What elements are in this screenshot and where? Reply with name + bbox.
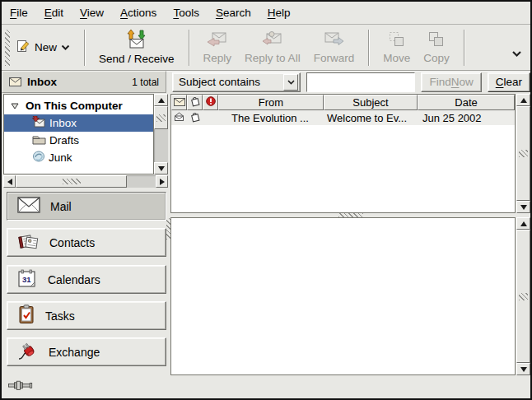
expander-triangle-icon[interactable]: [11, 100, 19, 112]
new-button[interactable]: New: [10, 35, 77, 60]
forward-label: Forward: [314, 52, 355, 64]
forward-button[interactable]: Forward: [307, 28, 362, 67]
search-input[interactable]: [306, 72, 415, 92]
menu-search[interactable]: Search: [208, 3, 259, 22]
search-bar: Subject contains Find Now Clear: [172, 71, 530, 93]
message-list: From Subject Date: [170, 94, 516, 213]
evolution-window: File Edit View Actions Tools Search Help…: [0, 0, 532, 400]
scroll-up-arrow[interactable]: [154, 94, 168, 106]
new-button-label: New: [35, 41, 57, 53]
menu-tools[interactable]: Tools: [165, 3, 208, 22]
connector-online-icon[interactable]: [8, 379, 35, 394]
shortcut-label: Contacts: [49, 236, 95, 249]
message-list-scrollbar[interactable]: [516, 94, 530, 213]
search-criteria-select[interactable]: Subject contains: [172, 72, 301, 92]
calendar-badge-text: 31: [22, 275, 31, 284]
new-message-icon: [16, 40, 30, 55]
scroll-down-arrow[interactable]: [154, 162, 168, 174]
send-receive-icon: [126, 30, 147, 51]
scroll-up-arrow[interactable]: [516, 217, 530, 230]
shortcut-label: Calendars: [48, 273, 100, 286]
shortcut-exchange-button[interactable]: Exchange: [7, 337, 166, 366]
junk-folder-icon: [32, 151, 45, 165]
reply-all-icon: [262, 30, 282, 50]
column-attachment[interactable]: [187, 95, 203, 110]
message-from: The Evolution ...: [218, 112, 324, 124]
menu-actions[interactable]: Actions: [112, 3, 165, 22]
inbox-folder-icon: [32, 116, 46, 130]
menubar: File Edit View Actions Tools Search Help: [2, 2, 530, 25]
shortcut-calendars-button[interactable]: 31 Calendars: [7, 265, 166, 294]
copy-icon: [427, 30, 445, 50]
scroll-up-arrow[interactable]: [516, 94, 530, 106]
preview-scrollbar[interactable]: [516, 217, 530, 375]
column-date[interactable]: Date: [418, 95, 515, 110]
shortcut-label: Exchange: [49, 346, 100, 359]
tree-item-label: Inbox: [49, 117, 77, 129]
reply-to-all-button[interactable]: Reply to All: [238, 28, 307, 67]
find-now-button[interactable]: Find Now: [421, 72, 481, 92]
send-receive-label: Send / Receive: [99, 53, 175, 65]
importance-icon: [206, 96, 216, 109]
tasks-icon: [17, 305, 35, 327]
column-message-status[interactable]: [171, 95, 187, 110]
tree-node-junk[interactable]: Junk: [4, 149, 153, 166]
tree-node-drafts[interactable]: Drafts: [4, 132, 153, 149]
tree-item-label: Junk: [49, 151, 72, 164]
menu-view[interactable]: View: [72, 3, 112, 22]
message-date: Jun 25 2002: [418, 112, 515, 124]
folder-title-bar: Inbox 1 total: [2, 71, 166, 93]
send-receive-button[interactable]: Send / Receive: [92, 27, 181, 67]
column-subject[interactable]: Subject: [324, 95, 418, 110]
folder-tree-vertical-scrollbar[interactable]: [154, 94, 168, 174]
toolbar-overflow-button[interactable]: [511, 35, 522, 61]
column-from[interactable]: From: [218, 95, 324, 110]
envelope-icon: [9, 75, 21, 90]
clear-button[interactable]: Clear: [488, 72, 530, 92]
read-message-icon: [174, 112, 184, 124]
attachment-icon: [189, 95, 201, 109]
tree-item-label: Drafts: [49, 134, 79, 147]
copy-button[interactable]: Copy: [417, 28, 456, 67]
message-status-icon: [174, 96, 185, 109]
folder-tree-horizontal-scrollbar[interactable]: [3, 175, 168, 188]
toolbar-separator: [189, 30, 189, 66]
scroll-down-arrow[interactable]: [516, 363, 530, 375]
tree-node-inbox[interactable]: Inbox: [4, 114, 153, 132]
toolbar-separator: [368, 30, 369, 66]
message-list-header: From Subject Date: [171, 95, 515, 110]
preview-pane[interactable]: [170, 217, 516, 375]
menu-file[interactable]: File: [2, 3, 36, 22]
shortcut-tasks-button[interactable]: Tasks: [7, 301, 166, 330]
toolbar-separator: [464, 30, 464, 66]
message-subject: Welcome to Ev...: [324, 112, 418, 124]
reply-button[interactable]: Reply: [197, 28, 239, 67]
contacts-icon: [17, 232, 40, 253]
move-icon: [388, 30, 405, 50]
toolbar-separator: [84, 30, 85, 66]
shortcut-contacts-button[interactable]: Contacts: [7, 228, 166, 257]
shortcut-label: Mail: [50, 200, 72, 213]
drafts-folder-icon: [32, 134, 46, 147]
toolbar: New Send / Receive: [2, 25, 530, 71]
scroll-right-arrow[interactable]: [156, 175, 168, 188]
scroll-down-arrow[interactable]: [516, 201, 530, 213]
reply-icon: [207, 30, 227, 50]
message-row[interactable]: The Evolution ... Welcome to Ev... Jun 2…: [171, 110, 515, 125]
shortcut-label: Tasks: [45, 309, 75, 323]
shortcut-mail-button[interactable]: Mail: [7, 192, 166, 221]
move-button[interactable]: Move: [376, 28, 417, 67]
folder-tree: On This Computer Inbox: [3, 94, 168, 174]
scroll-left-arrow[interactable]: [3, 175, 16, 188]
folder-title: Inbox: [27, 76, 57, 88]
move-label: Move: [383, 52, 410, 64]
chevron-down-icon: [283, 74, 298, 91]
forward-icon: [324, 30, 344, 50]
mail-icon: [17, 197, 40, 216]
copy-label: Copy: [423, 52, 450, 64]
menu-edit[interactable]: Edit: [36, 3, 72, 22]
calendars-icon: 31: [17, 269, 38, 291]
tree-node-on-this-computer[interactable]: On This Computer: [4, 97, 153, 114]
column-importance[interactable]: [203, 95, 218, 110]
menu-help[interactable]: Help: [259, 3, 299, 22]
